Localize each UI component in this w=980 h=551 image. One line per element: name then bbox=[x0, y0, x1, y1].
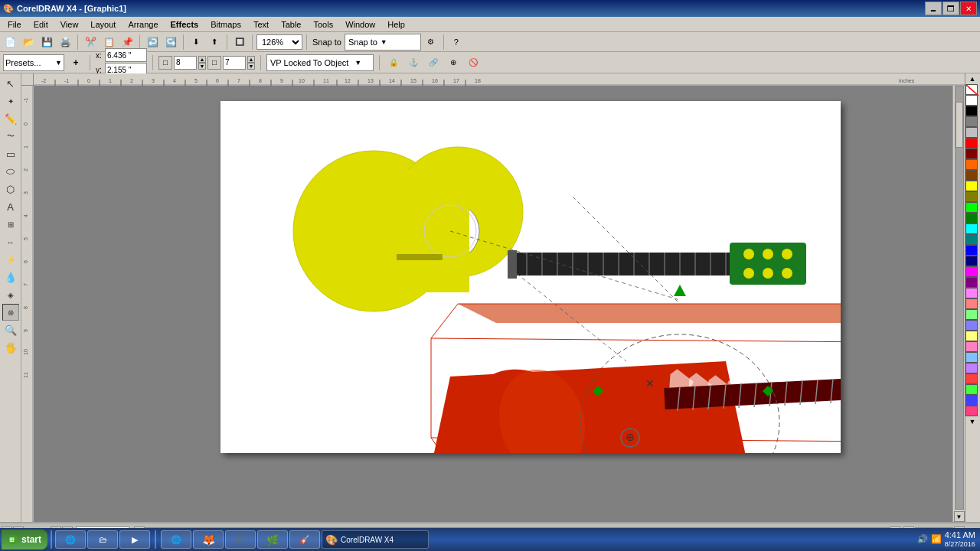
canvas-container[interactable]: -2 -1 0 1 2 3 4 5 6 7 8 9 10 11 bbox=[21, 73, 965, 522]
taskbar-coreldraw[interactable]: 🎨 CorelDRAW X4 bbox=[322, 530, 429, 549]
color-olive[interactable] bbox=[965, 191, 978, 202]
open-button[interactable]: 📂 bbox=[20, 34, 37, 51]
color-green[interactable] bbox=[965, 213, 978, 223]
menu-bitmaps[interactable]: Bitmaps bbox=[204, 18, 247, 31]
tool-eyedropper[interactable]: 💧 bbox=[2, 269, 19, 285]
presets-dropdown[interactable]: Presets... ▼ bbox=[3, 54, 64, 71]
close-button[interactable]: ✕ bbox=[960, 2, 977, 15]
new-button[interactable]: 📄 bbox=[2, 34, 18, 51]
menu-window[interactable]: Window bbox=[339, 18, 381, 31]
color-red[interactable] bbox=[965, 138, 978, 148]
size2-input[interactable] bbox=[223, 56, 246, 70]
color-silver[interactable] bbox=[965, 127, 978, 138]
redo-button[interactable]: ↪️ bbox=[162, 34, 179, 51]
menu-file[interactable]: File bbox=[2, 18, 28, 31]
tool-zoom[interactable]: 🔍 bbox=[2, 321, 19, 338]
export-button[interactable]: ⬆ bbox=[206, 34, 223, 51]
save-button[interactable]: 💾 bbox=[38, 34, 55, 51]
vscroll-track[interactable] bbox=[955, 86, 964, 510]
vp-btn2[interactable]: ⚓ bbox=[405, 54, 422, 71]
tool-interactive-fill[interactable]: ◈ bbox=[2, 286, 19, 303]
vp-btn3[interactable]: 🔗 bbox=[425, 54, 442, 71]
color-magenta[interactable] bbox=[965, 266, 978, 277]
color-black[interactable] bbox=[965, 106, 978, 116]
color-lightyellow[interactable] bbox=[965, 331, 978, 341]
color-lightblue[interactable] bbox=[965, 320, 978, 331]
vertical-scrollbar[interactable]: ▲ ▼ bbox=[952, 73, 965, 522]
vp-locked-dropdown[interactable]: VP Locked To Object ▼ bbox=[266, 54, 374, 71]
size-down-button[interactable]: ▼ bbox=[198, 63, 206, 70]
tool-text[interactable]: A bbox=[2, 198, 19, 215]
maximize-button[interactable]: 🗖 bbox=[942, 2, 959, 15]
menu-view[interactable]: View bbox=[54, 18, 85, 31]
tool-table[interactable]: ⊞ bbox=[2, 216, 19, 233]
color-teal[interactable] bbox=[965, 234, 978, 245]
menu-arrange[interactable]: Arrange bbox=[122, 18, 164, 31]
start-button[interactable]: ⊞ start bbox=[2, 530, 47, 549]
tool-smart[interactable]: 〜 bbox=[2, 128, 19, 145]
menu-help[interactable]: Help bbox=[381, 18, 411, 31]
taskbar-app2[interactable]: 🦊 bbox=[193, 530, 224, 549]
size-up-button[interactable]: ▲ bbox=[198, 56, 206, 63]
tool-extrude[interactable]: ⊛ bbox=[2, 304, 19, 321]
taskbar-guitar-app[interactable]: 🎸 bbox=[289, 530, 320, 549]
taskbar-musicplayer[interactable]: 🎵 bbox=[225, 530, 256, 549]
menu-tools[interactable]: Tools bbox=[307, 18, 339, 31]
color-white[interactable] bbox=[965, 95, 978, 106]
tool-shape[interactable]: ✦ bbox=[2, 93, 19, 109]
color-orange[interactable] bbox=[965, 159, 978, 170]
color-navy[interactable] bbox=[965, 256, 978, 266]
menu-edit[interactable]: Edit bbox=[28, 18, 54, 31]
taskbar-notepad[interactable]: 🌿 bbox=[257, 530, 288, 549]
tool-ellipse[interactable]: ⬭ bbox=[2, 163, 19, 180]
tool-connector[interactable]: ⚡ bbox=[2, 251, 19, 268]
tool-freehand[interactable]: ✏️ bbox=[2, 110, 19, 127]
tool-rect[interactable]: ▭ bbox=[2, 145, 19, 162]
color-pink[interactable] bbox=[965, 288, 978, 298]
color-skyblue[interactable] bbox=[965, 352, 978, 363]
options-button[interactable]: ⚙ bbox=[423, 34, 439, 51]
taskbar-ie-icon[interactable]: 🌐 bbox=[55, 530, 86, 549]
add-preset-button[interactable]: + bbox=[67, 54, 84, 71]
tool-hand[interactable]: 🖐 bbox=[2, 339, 19, 356]
size-input[interactable] bbox=[174, 56, 197, 70]
vp-btn4[interactable]: ⊕ bbox=[445, 54, 462, 71]
color-blue[interactable] bbox=[965, 245, 978, 256]
color-lime[interactable] bbox=[965, 202, 978, 213]
palette-scroll-down[interactable]: ▼ bbox=[965, 416, 979, 427]
menu-layout[interactable]: Layout bbox=[84, 18, 122, 31]
taskbar-media-icon[interactable]: ▶ bbox=[119, 530, 150, 549]
import-button[interactable]: ⬇ bbox=[188, 34, 204, 51]
color-peach[interactable] bbox=[965, 341, 978, 352]
color-crimson[interactable] bbox=[965, 373, 978, 384]
color-yellow[interactable] bbox=[965, 181, 978, 191]
tool-dimension[interactable]: ↔ bbox=[2, 233, 19, 250]
size2-down-button[interactable]: ▼ bbox=[247, 63, 255, 70]
snap-dropdown[interactable]: Snap to ▼ bbox=[345, 34, 421, 51]
color-lavender[interactable] bbox=[965, 363, 978, 373]
color-cyan[interactable] bbox=[965, 223, 978, 234]
view-btn[interactable]: 🔲 bbox=[231, 34, 248, 51]
taskbar-folder-icon[interactable]: 🗁 bbox=[87, 530, 118, 549]
help-button[interactable]: ? bbox=[448, 34, 465, 51]
menu-effects[interactable]: Effects bbox=[165, 18, 205, 31]
tool-polygon[interactable]: ⬡ bbox=[2, 181, 19, 197]
color-purple[interactable] bbox=[965, 277, 978, 288]
color-gray[interactable] bbox=[965, 116, 978, 127]
color-darkred[interactable] bbox=[965, 148, 978, 159]
menu-table[interactable]: Table bbox=[275, 18, 307, 31]
vp-btn1[interactable]: 🔒 bbox=[385, 54, 402, 71]
vscroll-down[interactable]: ▼ bbox=[954, 511, 965, 522]
color-salmon[interactable] bbox=[965, 298, 978, 309]
color-lightgreen[interactable] bbox=[965, 309, 978, 320]
color-brown[interactable] bbox=[965, 170, 978, 181]
print-button[interactable]: 🖨️ bbox=[57, 34, 74, 51]
minimize-button[interactable]: 🗕 bbox=[925, 2, 942, 15]
no-color-swatch[interactable] bbox=[965, 84, 978, 95]
menu-text[interactable]: Text bbox=[247, 18, 275, 31]
vp-btn5[interactable]: 🚫 bbox=[465, 54, 482, 71]
color-hotpink[interactable] bbox=[965, 406, 978, 416]
x-input[interactable] bbox=[105, 48, 147, 62]
zoom-dropdown[interactable]: 126% 100% 75% 50% 200% bbox=[256, 34, 302, 50]
color-cornflower[interactable] bbox=[965, 395, 978, 406]
